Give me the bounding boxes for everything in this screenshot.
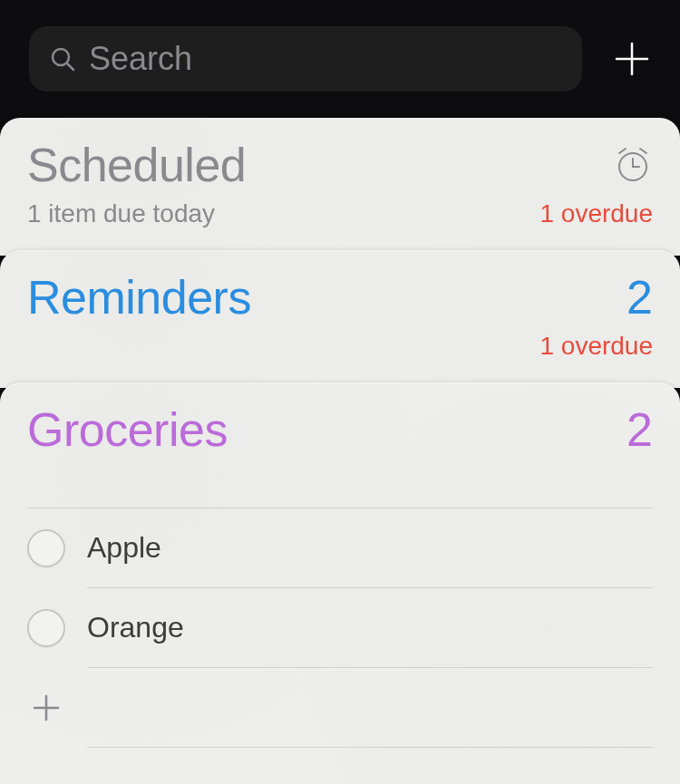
- groceries-items: Apple Orange: [27, 508, 653, 748]
- item-label: Apple: [87, 531, 161, 565]
- groceries-title: Groceries: [27, 402, 228, 457]
- reminders-count: 2: [627, 270, 653, 324]
- reminders-overdue: 1 overdue: [27, 332, 653, 361]
- scheduled-card[interactable]: Scheduled 1 item due today 1 overdue: [0, 118, 680, 256]
- add-item-row[interactable]: [27, 668, 653, 748]
- plus-icon: [27, 689, 65, 727]
- lists-stack: Scheduled 1 item due today 1 overdue Rem…: [0, 118, 680, 784]
- search-input[interactable]: [89, 40, 562, 78]
- item-checkbox[interactable]: [27, 529, 65, 567]
- list-item[interactable]: Apple: [27, 508, 653, 588]
- scheduled-subtitle: 1 item due today: [27, 199, 215, 228]
- scheduled-overdue: 1 overdue: [215, 199, 653, 228]
- reminders-title: Reminders: [27, 270, 251, 324]
- item-checkbox[interactable]: [27, 609, 65, 647]
- list-item[interactable]: Orange: [27, 588, 653, 668]
- item-label: Orange: [87, 611, 184, 644]
- top-bar: [0, 0, 680, 118]
- add-list-button[interactable]: [609, 36, 655, 82]
- search-icon: [49, 45, 76, 73]
- search-field[interactable]: [29, 26, 582, 92]
- svg-line-1: [67, 63, 73, 70]
- alarm-clock-icon: [613, 145, 653, 185]
- groceries-count: 2: [627, 402, 653, 457]
- scheduled-title: Scheduled: [27, 138, 246, 192]
- groceries-card[interactable]: Groceries 2 Apple Orange: [0, 382, 680, 784]
- reminders-card[interactable]: Reminders 2 1 overdue: [0, 250, 680, 388]
